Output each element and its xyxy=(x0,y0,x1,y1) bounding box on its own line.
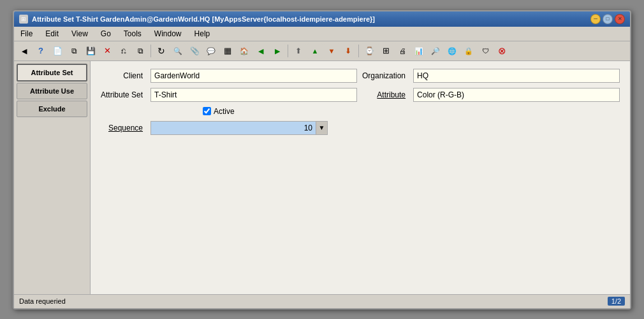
minimize-button[interactable]: ─ xyxy=(590,14,601,24)
refresh-button[interactable] xyxy=(154,43,169,59)
help-button[interactable] xyxy=(33,43,48,59)
find-icon xyxy=(173,46,182,55)
zoom2-button[interactable] xyxy=(428,43,443,59)
attach-icon xyxy=(190,46,200,55)
next-button[interactable] xyxy=(270,43,285,59)
home-button[interactable] xyxy=(237,43,252,59)
title-bar: ⊞ Attribute Set T-Shirt GardenAdmin@Gard… xyxy=(14,11,630,27)
attach-button[interactable] xyxy=(187,43,202,59)
org-label: Organization xyxy=(362,71,408,80)
back-button[interactable] xyxy=(17,43,32,59)
sequence-row: ▼ xyxy=(150,121,357,135)
title-controls: ─ □ ✕ xyxy=(590,14,625,24)
menu-bar: File Edit View Go Tools Window Help xyxy=(14,27,630,41)
history-icon xyxy=(365,46,374,55)
menu-file[interactable]: File xyxy=(17,28,36,39)
zoom-button[interactable] xyxy=(378,43,393,59)
sequence-spinner-button[interactable]: ▼ xyxy=(316,121,328,135)
sidebar-item-attribute-use[interactable]: Attribute Use xyxy=(17,83,87,99)
page-indicator: 1/2 xyxy=(608,297,625,306)
export-icon xyxy=(345,46,351,55)
org-input[interactable] xyxy=(413,69,620,83)
prev-icon xyxy=(258,46,263,55)
attr-set-input[interactable] xyxy=(150,88,357,102)
separator-1 xyxy=(150,45,151,57)
translation-button[interactable] xyxy=(444,43,460,59)
copy-button[interactable] xyxy=(66,43,82,59)
undo-button[interactable] xyxy=(116,43,131,59)
prev-button[interactable] xyxy=(253,43,268,59)
window-icon: ⊞ xyxy=(19,15,28,24)
grid-icon xyxy=(224,46,231,55)
title-bar-left: ⊞ Attribute Set T-Shirt GardenAdmin@Gard… xyxy=(19,15,375,24)
menu-tools[interactable]: Tools xyxy=(120,28,145,39)
up-button[interactable] xyxy=(307,43,323,59)
export-button[interactable] xyxy=(340,43,356,59)
security-icon xyxy=(482,46,489,55)
multi-icon xyxy=(138,46,143,55)
delete-icon xyxy=(104,46,111,55)
form-grid: Client Organization Attribute Set Attrib… xyxy=(101,69,620,135)
find-button[interactable] xyxy=(170,43,186,59)
status-bar: Data requeried 1/2 xyxy=(14,294,630,308)
up-icon xyxy=(312,46,319,55)
client-input[interactable] xyxy=(150,69,357,83)
menu-go[interactable]: Go xyxy=(97,28,115,39)
window-title: Attribute Set T-Shirt GardenAdmin@Garden… xyxy=(32,15,375,23)
down-button[interactable] xyxy=(324,43,339,59)
content-area: Attribute Set Attribute Use Exclude Clie… xyxy=(14,61,630,294)
attribute-input[interactable] xyxy=(413,88,620,102)
new-icon xyxy=(53,46,62,55)
active-checkbox[interactable] xyxy=(203,107,211,115)
report-button[interactable] xyxy=(411,43,427,59)
lock-button[interactable] xyxy=(461,43,476,59)
print-button[interactable] xyxy=(395,43,410,59)
attr-set-label: Attribute Set xyxy=(101,90,145,99)
grid-button[interactable] xyxy=(220,43,235,59)
help-icon xyxy=(38,46,43,55)
client-label: Client xyxy=(101,71,145,80)
new-button[interactable] xyxy=(50,43,65,59)
zoom-icon xyxy=(383,46,390,55)
separator-2 xyxy=(288,45,288,57)
chat-icon xyxy=(207,46,216,55)
report-icon xyxy=(414,46,423,55)
close-window-button[interactable]: ✕ xyxy=(615,14,625,24)
history-button[interactable] xyxy=(362,43,377,59)
delete-button[interactable] xyxy=(99,43,115,59)
multi-button[interactable] xyxy=(133,43,148,59)
main-window: ⊞ Attribute Set T-Shirt GardenAdmin@Gard… xyxy=(13,10,631,309)
attribute-label: Attribute xyxy=(362,90,408,99)
copy-icon xyxy=(71,46,77,55)
save-button[interactable] xyxy=(83,43,98,59)
print-icon xyxy=(399,46,406,55)
main-form: Client Organization Attribute Set Attrib… xyxy=(91,61,630,294)
menu-view[interactable]: View xyxy=(68,28,92,39)
refresh-icon xyxy=(157,46,165,56)
sidebar-item-attribute-set[interactable]: Attribute Set xyxy=(17,64,87,82)
back-icon xyxy=(22,46,27,55)
save-icon xyxy=(86,46,96,55)
translation-icon xyxy=(448,46,457,55)
restore-button[interactable]: □ xyxy=(603,14,613,24)
lock-icon xyxy=(464,46,473,55)
status-text: Data requeried xyxy=(19,297,66,305)
archive-button[interactable] xyxy=(291,43,306,59)
undo-icon xyxy=(121,46,126,55)
active-row: Active xyxy=(101,107,620,116)
menu-edit[interactable]: Edit xyxy=(41,28,62,39)
sidebar-item-exclude[interactable]: Exclude xyxy=(17,101,87,117)
active-label: Active xyxy=(214,107,235,116)
sequence-input[interactable] xyxy=(150,121,316,135)
chat-button[interactable] xyxy=(203,43,219,59)
toolbar xyxy=(14,41,630,61)
security-button[interactable] xyxy=(478,43,493,59)
xcircle-button[interactable] xyxy=(494,43,509,59)
menu-window[interactable]: Window xyxy=(150,28,186,39)
down-icon xyxy=(328,46,335,55)
sidebar: Attribute Set Attribute Use Exclude xyxy=(14,61,91,294)
home-icon xyxy=(240,46,249,55)
next-icon xyxy=(275,46,280,55)
sequence-label: Sequence xyxy=(101,124,145,132)
menu-help[interactable]: Help xyxy=(191,28,214,39)
